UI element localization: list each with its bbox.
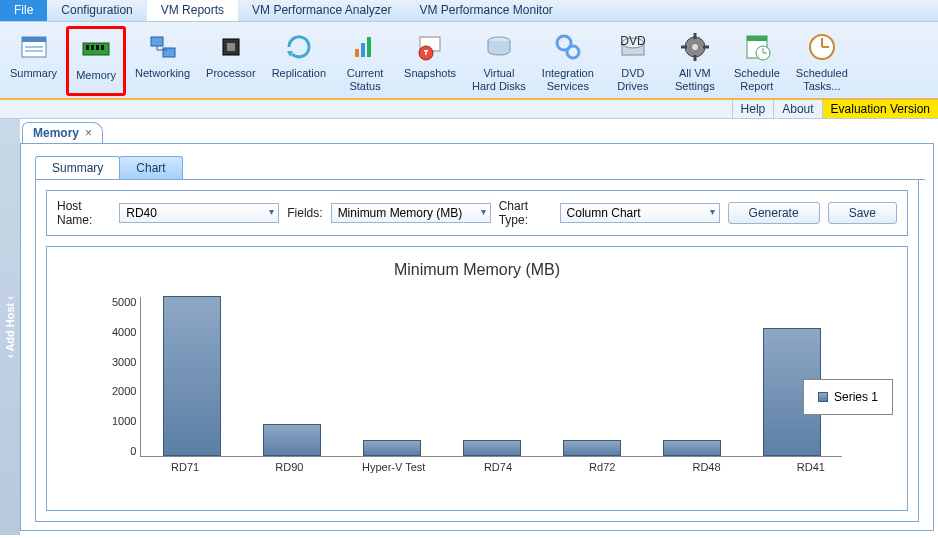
legend-swatch-icon <box>818 392 828 402</box>
help-link[interactable]: Help <box>732 100 774 118</box>
ribbon-memory-button[interactable]: Memory <box>66 26 126 96</box>
ribbon-label: Scheduled Tasks... <box>796 67 848 93</box>
summary-icon <box>18 31 50 63</box>
fields-label: Fields: <box>287 206 322 220</box>
svg-rect-1 <box>22 37 46 42</box>
about-link[interactable]: About <box>773 100 821 118</box>
settings-icon <box>679 31 711 63</box>
chart-type-select[interactable]: Column Chart <box>560 203 720 223</box>
generate-button[interactable]: Generate <box>728 202 820 224</box>
x-tick: RD74 <box>446 457 550 473</box>
y-tick: 0 <box>130 446 136 457</box>
x-tick: RD90 <box>237 457 341 473</box>
ribbon-label: Memory <box>76 69 116 82</box>
help-bar: Help About Evaluation Version <box>0 100 938 119</box>
close-icon[interactable]: × <box>85 126 92 140</box>
chart-legend: Series 1 <box>803 379 893 415</box>
fields-select[interactable]: Minimum Memory (MB) <box>331 203 491 223</box>
ribbon-current-status-button[interactable]: Current Status <box>335 26 395 96</box>
host-name-select[interactable]: RD40 <box>119 203 279 223</box>
evaluation-badge: Evaluation Version <box>822 100 938 118</box>
chart-type-label: Chart Type: <box>499 199 552 227</box>
menu-vm-analyzer[interactable]: VM Performance Analyzer <box>238 0 405 21</box>
menu-file[interactable]: File <box>0 0 47 21</box>
y-tick: 4000 <box>112 327 136 338</box>
ribbon-all-vm-settings-button[interactable]: All VM Settings <box>665 26 725 96</box>
y-tick: 2000 <box>112 386 136 397</box>
ribbon-label: Summary <box>10 67 57 80</box>
svg-rect-7 <box>96 45 99 50</box>
content-pane: Memory × Summary Chart Host Name: RD40 F… <box>20 119 938 535</box>
x-axis: RD71RD90Hyper-V TestRD74Rd72RD48RD41 <box>133 457 863 473</box>
legend-label: Series 1 <box>834 390 878 404</box>
svg-rect-9 <box>151 37 163 46</box>
tab-summary[interactable]: Summary <box>35 156 120 179</box>
svg-rect-5 <box>86 45 89 50</box>
menu-vm-monitor[interactable]: VM Performance Monitor <box>405 0 566 21</box>
x-tick: RD48 <box>654 457 758 473</box>
ribbon-label: Processor <box>206 67 256 80</box>
save-button[interactable]: Save <box>828 202 897 224</box>
ribbon-label: Current Status <box>347 67 384 93</box>
ribbon-schedule-report-button[interactable]: Schedule Report <box>727 26 787 96</box>
report-panel: Summary Chart Host Name: RD40 Fields: Mi… <box>20 143 934 531</box>
svg-rect-16 <box>367 37 371 57</box>
ribbon-replication-button[interactable]: Replication <box>265 26 333 96</box>
processor-icon <box>215 31 247 63</box>
x-tick: RD71 <box>133 457 237 473</box>
schedule-report-icon <box>741 31 773 63</box>
ribbon-processor-button[interactable]: Processor <box>199 26 263 96</box>
svg-rect-34 <box>747 36 767 41</box>
ribbon-integration-services-button[interactable]: Integration Services <box>535 26 601 96</box>
add-host-sidebar[interactable]: ‹ Add Host ‹ <box>0 119 20 535</box>
status-icon <box>349 31 381 63</box>
plot-area <box>140 297 842 457</box>
ribbon-virtual-hard-disks-button[interactable]: Virtual Hard Disks <box>465 26 533 96</box>
ribbon-scheduled-tasks-button[interactable]: Scheduled Tasks... <box>789 26 855 96</box>
doc-tab-label: Memory <box>33 126 79 140</box>
ribbon-label: Virtual Hard Disks <box>472 67 526 93</box>
ribbon-label: Schedule Report <box>734 67 780 93</box>
ribbon-label: DVD Drives <box>617 67 648 93</box>
ribbon-label: Integration Services <box>542 67 594 93</box>
ribbon-networking-button[interactable]: Networking <box>128 26 197 96</box>
x-tick: Rd72 <box>550 457 654 473</box>
svg-rect-15 <box>361 43 365 57</box>
ribbon-summary-button[interactable]: Summary <box>3 26 64 96</box>
ribbon-toolbar: Summary Memory Networking Processor Repl… <box>0 22 938 100</box>
svg-text:DVD: DVD <box>620 34 646 48</box>
work-area: ‹ Add Host ‹ Memory × Summary Chart Host… <box>0 119 938 535</box>
document-tabstrip: Memory × <box>20 119 938 143</box>
svg-point-28 <box>692 44 698 50</box>
bar <box>463 440 521 456</box>
menu-configuration[interactable]: Configuration <box>47 0 146 21</box>
x-tick: Hyper-V Test <box>342 457 446 473</box>
replication-icon <box>283 31 315 63</box>
menu-vm-reports[interactable]: VM Reports <box>147 0 238 21</box>
chart-title: Minimum Memory (MB) <box>394 261 560 279</box>
bar <box>163 296 221 456</box>
dvd-icon: DVD <box>617 31 649 63</box>
gears-icon <box>552 31 584 63</box>
y-tick: 5000 <box>112 297 136 308</box>
ribbon-label: Replication <box>272 67 326 80</box>
svg-rect-14 <box>355 49 359 57</box>
bar <box>563 440 621 456</box>
ribbon-snapshots-button[interactable]: Snapshots <box>397 26 463 96</box>
doc-tab-memory[interactable]: Memory × <box>22 122 103 143</box>
x-tick: RD41 <box>759 457 863 473</box>
svg-rect-10 <box>163 48 175 57</box>
tab-chart[interactable]: Chart <box>119 156 182 179</box>
ribbon-label: Networking <box>135 67 190 80</box>
host-name-label: Host Name: <box>57 199 111 227</box>
hard-disk-icon <box>483 31 515 63</box>
ribbon-label: All VM Settings <box>675 67 715 93</box>
ribbon-dvd-drives-button[interactable]: DVD DVD Drives <box>603 26 663 96</box>
svg-point-23 <box>567 46 579 58</box>
add-host-label: ‹ Add Host ‹ <box>4 296 16 358</box>
bar <box>363 440 421 456</box>
y-tick: 1000 <box>112 416 136 427</box>
svg-rect-12 <box>227 43 235 51</box>
chart-box: Minimum Memory (MB) 50004000300020001000… <box>46 246 908 511</box>
chart-controls: Host Name: RD40 Fields: Minimum Memory (… <box>46 190 908 236</box>
